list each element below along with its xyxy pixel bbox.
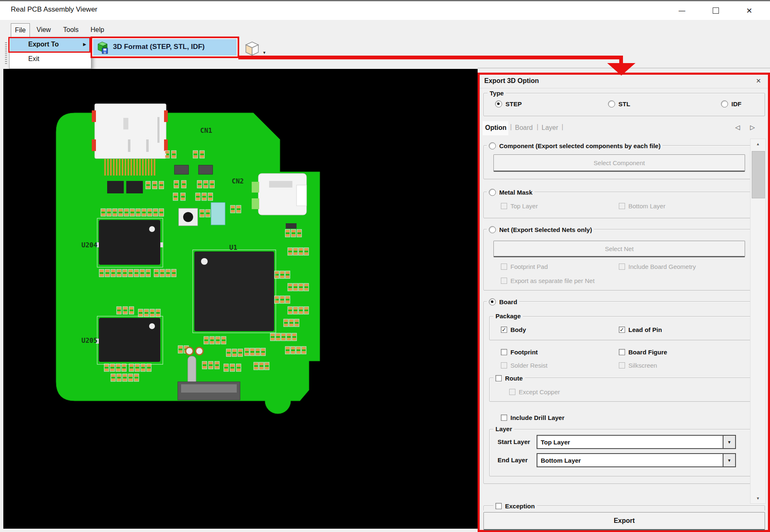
- close-button[interactable]: ✕: [735, 1, 764, 20]
- checkbox-top-layer-box: [501, 203, 507, 209]
- checkbox-footprint-label: Footprint: [510, 349, 538, 356]
- start-layer-dropdown-icon[interactable]: ▼: [723, 436, 735, 448]
- checkbox-route[interactable]: Route: [493, 374, 525, 382]
- checkbox-separate-file-per-net-label: Export as separate file per Net: [510, 277, 595, 284]
- checkbox-route-label: Route: [505, 375, 523, 382]
- checkbox-bottom-layer[interactable]: Bottom Layer: [619, 202, 665, 210]
- radio-idf[interactable]: IDF: [721, 100, 741, 108]
- checkbox-solder-resist[interactable]: Solder Resist: [501, 361, 547, 369]
- checkbox-bottom-layer-label: Bottom Layer: [628, 203, 665, 210]
- checkbox-body[interactable]: ✓ Body: [501, 325, 526, 334]
- export-submenu-box: 3D Format (STEP, STL, IDF): [91, 37, 239, 58]
- checkbox-exception[interactable]: Exception: [493, 502, 537, 510]
- checkbox-footprint-pad[interactable]: Footprint Pad: [501, 262, 548, 271]
- export-to-highlight-box: [8, 37, 91, 53]
- radio-stl[interactable]: STL: [608, 100, 630, 108]
- checkbox-separate-file-per-net[interactable]: Export as separate file per Net: [501, 276, 595, 285]
- end-layer-value: Bottom Layer: [537, 454, 723, 466]
- svg-text:U205: U205: [81, 337, 98, 344]
- annotation-arrowhead: [607, 63, 635, 76]
- checkbox-include-board-geometry-label: Include Board Geometry: [628, 263, 696, 270]
- panel-title: Export 3D Option: [484, 77, 539, 85]
- checkbox-footprint-pad-label: Footprint Pad: [510, 263, 548, 270]
- checkbox-except-copper-label: Except Copper: [519, 388, 560, 395]
- menu-item-3d-format[interactable]: 3D Format (STEP, STL, IDF): [93, 39, 237, 56]
- scroll-up-icon[interactable]: ▲: [750, 139, 765, 149]
- checkbox-board-figure-label: Board Figure: [628, 349, 667, 356]
- menu-item-tools[interactable]: Tools: [63, 26, 78, 34]
- checkbox-include-board-geometry[interactable]: Include Board Geometry: [619, 262, 696, 271]
- checkbox-top-layer-label: Top Layer: [510, 203, 538, 210]
- scrollbar-thumb[interactable]: [752, 151, 765, 198]
- checkbox-footprint-box: [501, 349, 507, 355]
- checkbox-silkscreen-box: [619, 362, 625, 368]
- export-button[interactable]: Export: [483, 512, 765, 530]
- radio-metal-mask-circle: [489, 189, 496, 196]
- checkbox-include-board-geometry-box: [619, 264, 625, 270]
- checkbox-silkscreen-label: Silkscreen: [628, 362, 657, 369]
- start-layer-combo[interactable]: Top Layer ▼: [537, 435, 736, 449]
- menu-item-file[interactable]: File: [11, 23, 30, 37]
- menu-item-exit[interactable]: Exit: [28, 55, 39, 63]
- app-window: Real PCB Assembly Viewer — ✕ File View T…: [0, 0, 770, 532]
- checkbox-top-layer[interactable]: Top Layer: [501, 202, 538, 210]
- tab-separator: |: [537, 123, 538, 131]
- checkbox-include-drill-layer[interactable]: Include Drill Layer: [501, 413, 564, 422]
- close-icon: ✕: [746, 6, 752, 15]
- annotation-arrow-line: [238, 56, 623, 59]
- scroll-down-icon[interactable]: ▼: [750, 493, 765, 503]
- minimize-button[interactable]: —: [667, 1, 696, 20]
- radio-stl-circle: [608, 100, 615, 107]
- checkbox-include-drill-layer-label: Include Drill Layer: [510, 414, 564, 421]
- tab-separator: |: [510, 123, 512, 131]
- radio-metal-mask-label: Metal Mask: [499, 189, 532, 196]
- menu-item-file-label: File: [15, 27, 26, 34]
- radio-step-circle: [495, 100, 502, 107]
- pcb-view[interactable]: CN1CN2U1U204U205: [3, 69, 478, 529]
- svg-text:CN1: CN1: [200, 127, 212, 134]
- checkbox-except-copper-box: [509, 389, 515, 395]
- checkbox-footprint[interactable]: Footprint: [501, 348, 538, 356]
- menu-item-view[interactable]: View: [37, 26, 51, 34]
- select-component-button[interactable]: Select Component: [493, 154, 745, 172]
- radio-step[interactable]: STEP: [495, 100, 522, 108]
- tab-board[interactable]: Board: [515, 124, 533, 132]
- radio-net[interactable]: Net (Export Selected Nets only): [487, 225, 594, 234]
- checkbox-include-drill-layer-box: [501, 415, 507, 421]
- end-layer-combo[interactable]: Bottom Layer ▼: [537, 453, 736, 467]
- window-border-left: [0, 40, 3, 532]
- select-net-button[interactable]: Select Net: [493, 241, 745, 257]
- view-3d-caret-icon[interactable]: ▼: [262, 51, 266, 55]
- tab-scroll-next-icon[interactable]: ▷: [750, 124, 755, 131]
- radio-component[interactable]: Component (Export selected components by…: [487, 142, 662, 150]
- export-3d-icon: [96, 41, 109, 54]
- toolbar-gripper[interactable]: [5, 42, 7, 65]
- checkbox-board-figure[interactable]: Board Figure: [619, 348, 667, 356]
- checkbox-exception-label: Exception: [505, 503, 535, 510]
- radio-board[interactable]: Board: [487, 298, 519, 306]
- tab-layer[interactable]: Layer: [542, 124, 558, 132]
- radio-step-label: STEP: [505, 100, 522, 107]
- start-layer-label: Start Layer: [498, 438, 530, 445]
- type-legend: Type: [488, 90, 506, 97]
- panel-close-icon[interactable]: ✕: [756, 77, 761, 85]
- tab-scroll-prev-icon[interactable]: ◁: [735, 124, 740, 131]
- checkbox-route-box: [495, 375, 502, 381]
- select-component-label: Select Component: [593, 159, 645, 166]
- window-border-bottom: [0, 529, 478, 532]
- menu-item-help[interactable]: Help: [91, 26, 104, 34]
- checkbox-solder-resist-box: [501, 362, 507, 368]
- checkbox-bottom-layer-box: [619, 203, 625, 209]
- layer-legend: Layer: [493, 425, 514, 432]
- maximize-button[interactable]: [701, 1, 730, 20]
- radio-metal-mask[interactable]: Metal Mask: [487, 188, 535, 196]
- window-title: Real PCB Assembly Viewer: [11, 5, 98, 14]
- window-border-top: [0, 0, 770, 1]
- checkbox-lead-of-pin[interactable]: ✓ Lead of Pin: [619, 325, 662, 334]
- checkbox-separate-file-per-net-box: [501, 278, 507, 284]
- tab-option[interactable]: Option: [485, 124, 507, 132]
- end-layer-dropdown-icon[interactable]: ▼: [723, 454, 735, 466]
- radio-idf-label: IDF: [731, 100, 741, 107]
- checkbox-silkscreen[interactable]: Silkscreen: [619, 361, 657, 369]
- checkbox-except-copper[interactable]: Except Copper: [509, 388, 560, 396]
